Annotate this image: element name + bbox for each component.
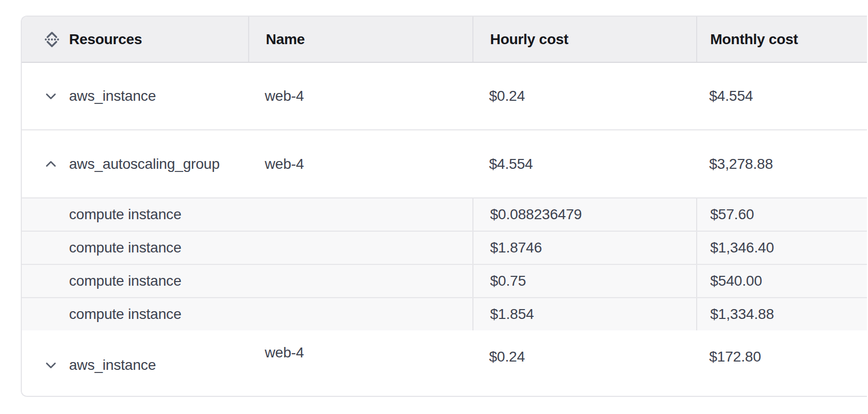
monthly-cost-value: $1,346.40 [710, 239, 774, 256]
resource-cell: aws_autoscaling_group [22, 130, 248, 197]
name-cell: web-4 [248, 63, 472, 129]
header-monthly-cost-label: Monthly cost [710, 31, 798, 48]
drag-reorder-icon[interactable] [44, 30, 60, 49]
table-row-aws-autoscaling-group[interactable]: aws_autoscaling_group web-4 $4.554 $3,27… [22, 129, 867, 197]
component-label-cell: compute instance [22, 232, 472, 264]
component-label: compute instance [69, 273, 181, 289]
monthly-cost-value: $540.00 [710, 273, 762, 289]
hourly-cost-value: $1.854 [490, 306, 534, 323]
chevron-down-icon[interactable] [44, 358, 58, 372]
hourly-cost-value: $1.8746 [490, 239, 542, 256]
monthly-cost-value: $4.554 [709, 88, 753, 104]
cost-component-row: compute instance $0.75 $540.00 [22, 264, 867, 297]
resource-cell: aws_instance [22, 63, 248, 129]
cost-component-row: compute instance $1.854 $1,334.88 [22, 297, 867, 330]
component-label-cell: compute instance [22, 265, 472, 297]
monthly-cost-cell: $540.00 [696, 265, 867, 297]
hourly-cost-value: $0.24 [489, 349, 525, 365]
hourly-cost-value: $0.75 [490, 273, 526, 289]
header-monthly-cost: Monthly cost [696, 17, 867, 62]
header-resources: Resources [22, 17, 248, 62]
cost-component-row: compute instance $0.088236479 $57.60 [22, 197, 867, 231]
name-cell: web-4 [248, 330, 472, 396]
table-row-aws-instance[interactable]: aws_instance web-4 $0.24 $172.80 [22, 330, 867, 396]
monthly-cost-cell: $172.80 [696, 330, 867, 396]
name-value: web-4 [265, 88, 304, 104]
cost-breakdown-table: Resources Name Hourly cost Monthly cost … [21, 16, 867, 397]
component-label-cell: compute instance [22, 198, 472, 231]
table-row-aws-instance[interactable]: aws_instance web-4 $0.24 $4.554 [22, 63, 867, 129]
chevron-down-icon[interactable] [44, 89, 58, 103]
component-label: compute instance [69, 239, 181, 256]
monthly-cost-cell: $4.554 [696, 63, 867, 129]
hourly-cost-cell: $0.24 [472, 330, 696, 396]
monthly-cost-value: $172.80 [709, 349, 761, 365]
hourly-cost-cell: $1.854 [472, 298, 696, 330]
hourly-cost-cell: $0.24 [472, 63, 696, 129]
resource-type-label: aws_instance [69, 357, 156, 373]
monthly-cost-cell: $57.60 [696, 198, 867, 231]
monthly-cost-value: $57.60 [710, 206, 754, 223]
header-hourly-cost-label: Hourly cost [490, 31, 568, 48]
hourly-cost-cell: $0.088236479 [472, 198, 696, 231]
chevron-up-icon[interactable] [44, 157, 58, 171]
hourly-cost-cell: $0.75 [472, 265, 696, 297]
hourly-cost-cell: $1.8746 [472, 232, 696, 264]
hourly-cost-value: $0.24 [489, 88, 525, 104]
hourly-cost-cell: $4.554 [472, 130, 696, 197]
monthly-cost-cell: $1,346.40 [696, 232, 867, 264]
header-name-label: Name [266, 31, 305, 48]
monthly-cost-cell: $3,278.88 [696, 130, 867, 197]
header-resources-label: Resources [69, 31, 142, 48]
component-label: compute instance [69, 206, 181, 223]
component-label: compute instance [69, 306, 181, 323]
header-name: Name [248, 17, 472, 62]
resource-type-label: aws_instance [69, 88, 156, 104]
component-label-cell: compute instance [22, 298, 472, 330]
monthly-cost-value: $1,334.88 [710, 306, 774, 323]
header-hourly-cost: Hourly cost [472, 17, 696, 62]
name-cell: web-4 [248, 130, 472, 197]
hourly-cost-value: $0.088236479 [490, 206, 582, 223]
resource-type-label: aws_autoscaling_group [69, 156, 220, 172]
monthly-cost-cell: $1,334.88 [696, 298, 867, 330]
monthly-cost-value: $3,278.88 [709, 156, 773, 172]
resource-cell: aws_instance [22, 332, 248, 397]
name-value: web-4 [265, 344, 304, 361]
cost-component-row: compute instance $1.8746 $1,346.40 [22, 231, 867, 264]
table-header: Resources Name Hourly cost Monthly cost [22, 17, 867, 63]
name-value: web-4 [265, 156, 304, 172]
hourly-cost-value: $4.554 [489, 156, 533, 172]
